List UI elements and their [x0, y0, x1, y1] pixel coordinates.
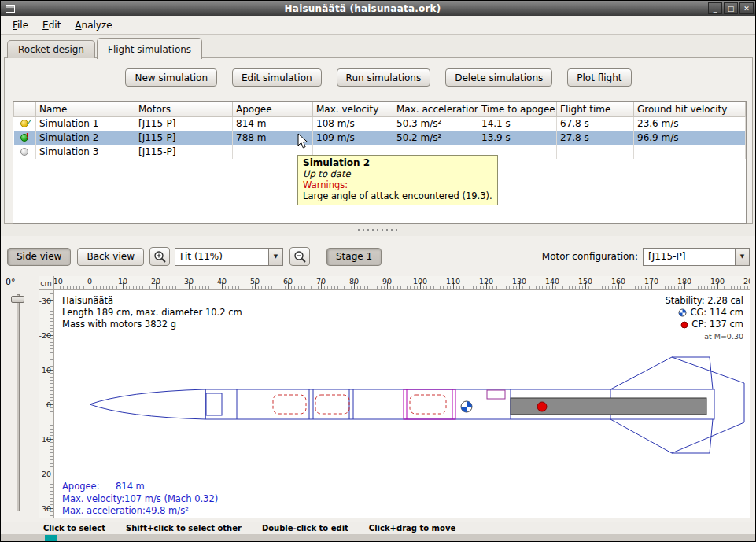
h-ruler-tick-label: 110	[446, 277, 460, 286]
menu-edit[interactable]: Edit	[35, 17, 68, 33]
h-ruler-tick-label: 140	[545, 277, 559, 286]
run-simulations-button[interactable]: Run simulations	[337, 68, 431, 87]
cg-text: CG: 114 cm	[690, 307, 743, 319]
cell-motors[interactable]: [J115-P]	[135, 131, 233, 145]
column-header-ground-hit-velocity[interactable]: Ground hit velocity	[634, 102, 746, 116]
delete-simulations-button[interactable]: Delete simulations	[445, 68, 552, 87]
h-ruler-tick-label: 180	[677, 277, 691, 286]
max-velocity-label: Max. velocity:	[62, 493, 124, 506]
zoom-level-value: Fit (11%)	[175, 249, 268, 265]
h-ruler-tick-label: 120	[479, 277, 493, 286]
cell-motors[interactable]: [J115-P]	[135, 145, 233, 159]
cell-apogee[interactable]: 814 m	[233, 116, 313, 131]
recovery-components	[273, 395, 446, 414]
side-view-button[interactable]: Side view	[7, 248, 71, 266]
check-icon: ✓	[26, 118, 33, 127]
warning-icon: !	[26, 132, 30, 142]
cell-flight-time[interactable]	[557, 145, 634, 159]
table-row-simulation-2[interactable]: ! Simulation 2 [J115-P] 788 m 109 m/s 50…	[14, 131, 746, 145]
cell-motors[interactable]: [J115-P]	[135, 116, 233, 131]
nose-shoulder	[206, 393, 222, 415]
h-ruler-tick-label: 130	[512, 277, 526, 286]
table-header-row: Name Motors Apogee Max. velocity Max. ac…	[14, 102, 746, 116]
tab-strip: Rocket design Flight simulations	[7, 36, 204, 58]
table-row-simulation-1[interactable]: ✓ Simulation 1 [J115-P] 814 m 108 m/s 50…	[14, 116, 746, 131]
h-ruler-tick-label: 30	[184, 277, 194, 286]
cell-max-velocity[interactable]: 108 m/s	[313, 116, 393, 131]
h-ruler-tick-label: 20	[151, 277, 160, 286]
bottom-strip	[1, 534, 755, 541]
zoom-in-button[interactable]	[149, 247, 170, 266]
v-ruler-tick-label: 30	[42, 504, 51, 513]
cp-marker	[537, 402, 547, 411]
h-ruler-tick-label: 0	[87, 277, 92, 286]
plot-flight-button[interactable]: Plot flight	[567, 68, 631, 87]
tab-flight-simulations[interactable]: Flight simulations	[97, 38, 202, 59]
h-ruler-tick-label: 200	[743, 277, 750, 286]
zoom-level-select[interactable]: Fit (11%) ▼	[175, 248, 283, 266]
back-view-button[interactable]: Back view	[77, 248, 144, 266]
minimize-button[interactable]: _	[708, 2, 722, 14]
cell-max-acceleration[interactable]: 50.2 m/s²	[393, 131, 478, 145]
launch-lug	[487, 390, 505, 399]
cell-flight-time[interactable]: 27.8 s	[557, 131, 634, 145]
motor-configuration-label: Motor configuration:	[542, 251, 638, 262]
view-toolbar: Side view Back view Fit (11%) ▼	[7, 247, 750, 266]
tooltip-warning-text: Large angle of attack encountered (19.3)…	[303, 190, 492, 201]
divider-grip[interactable]	[356, 228, 400, 232]
column-header-motors[interactable]: Motors	[135, 102, 233, 116]
column-header-time-to-apogee[interactable]: Time to apogee	[478, 102, 557, 116]
rocket-canvas[interactable]: Haisunäätä Length 189 cm, max. diameter …	[54, 290, 750, 518]
v-ruler-tick-label: -10	[39, 366, 51, 374]
column-header-apogee[interactable]: Apogee	[233, 102, 313, 116]
chevron-down-icon[interactable]: ▼	[735, 249, 749, 265]
cell-time-to-apogee[interactable]: 14.1 s	[478, 116, 557, 131]
menu-file[interactable]: File	[6, 17, 35, 33]
column-header-status[interactable]	[14, 102, 36, 116]
column-header-max-velocity[interactable]: Max. velocity	[313, 102, 393, 116]
motor-configuration-select[interactable]: [J115-P] ▼	[643, 248, 750, 266]
maximize-button[interactable]: □	[724, 2, 738, 14]
window-menu-icon[interactable]	[3, 3, 17, 14]
chevron-down-icon[interactable]: ▼	[268, 249, 282, 265]
cell-name[interactable]: Simulation 3	[36, 145, 135, 159]
rocket-info: Haisunäätä Length 189 cm, max. diameter …	[62, 295, 242, 330]
max-acceleration-value: 49.8 m/s²	[146, 505, 189, 516]
stage-1-toggle[interactable]: Stage 1	[326, 248, 382, 266]
cp-icon	[680, 321, 688, 329]
rotation-angle-label: 0°	[6, 277, 16, 287]
app-window: Haisunäätä (haisunaata.ork) _ □ ✕ File E…	[0, 0, 756, 542]
h-ruler-tick-label: 80	[349, 277, 359, 286]
rotation-slider-thumb[interactable]	[11, 296, 24, 303]
menu-analyze[interactable]: Analyze	[68, 17, 119, 33]
zoom-out-icon	[293, 250, 307, 264]
close-button[interactable]: ✕	[739, 2, 754, 14]
column-header-name[interactable]: Name	[36, 102, 135, 116]
cell-max-velocity[interactable]: 109 m/s	[313, 131, 393, 145]
split-divider[interactable]	[1, 224, 755, 236]
nose-cone	[90, 389, 205, 419]
apogee-value: 814 m	[116, 481, 145, 492]
h-ruler-tick-label: -10	[54, 277, 63, 286]
cell-time-to-apogee[interactable]: 13.9 s	[478, 131, 557, 145]
cg-line: CG: 114 cm	[665, 307, 743, 319]
cell-max-acceleration[interactable]: 50.3 m/s²	[393, 116, 478, 131]
tooltip-warnings-label: Warnings:	[303, 179, 492, 190]
cell-name[interactable]: Simulation 2	[36, 131, 135, 145]
edit-simulation-button[interactable]: Edit simulation	[232, 68, 322, 87]
flight-info: Apogee:814 m Max. velocity:107 m/s (Mach…	[62, 481, 218, 518]
cell-name[interactable]: Simulation 1	[36, 116, 135, 131]
new-simulation-button[interactable]: New simulation	[125, 68, 217, 87]
rotation-slider[interactable]	[9, 294, 26, 511]
tab-rocket-design[interactable]: Rocket design	[7, 40, 95, 58]
cell-ground-hit-velocity[interactable]	[634, 145, 746, 159]
zoom-out-button[interactable]	[289, 247, 310, 266]
column-header-max-acceleration[interactable]: Max. acceleration	[393, 102, 478, 116]
h-ruler-tick-label: 100	[413, 277, 427, 286]
rocket-name: Haisunäätä	[62, 295, 242, 307]
cell-ground-hit-velocity[interactable]: 23.6 m/s	[634, 116, 746, 131]
column-header-flight-time[interactable]: Flight time	[557, 102, 634, 116]
cell-flight-time[interactable]: 67.8 s	[557, 116, 634, 131]
stability-text: Stability: 2.28 cal	[665, 295, 743, 307]
cell-ground-hit-velocity[interactable]: 96.9 m/s	[634, 131, 746, 145]
